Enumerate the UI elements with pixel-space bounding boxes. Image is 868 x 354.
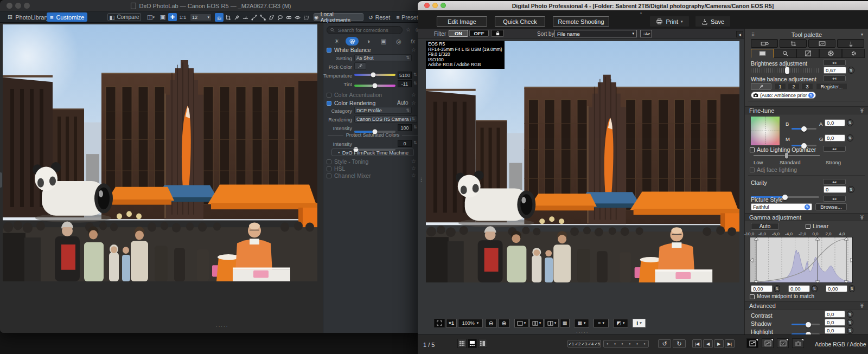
stepper-icon[interactable]: ⇅ (847, 319, 853, 326)
tab-customize[interactable]: ≡ Customize (47, 12, 87, 22)
tab-color[interactable] (346, 37, 359, 46)
horizon-tool[interactable] (241, 13, 250, 22)
mg-value[interactable]: 0,0 (825, 134, 845, 141)
favorites-filter-icon[interactable]: ☆ (406, 27, 411, 33)
tint-slider[interactable] (354, 85, 395, 87)
two-image-view-button[interactable]: ▾ (529, 319, 544, 327)
zoom-level-select[interactable]: 12▾ (190, 14, 212, 21)
wb-register-button[interactable]: Register... (816, 83, 847, 90)
thumbnail-grid-button[interactable]: ▦▾ (574, 319, 589, 327)
browse-button[interactable]: Browse... (815, 203, 847, 210)
reset-button[interactable]: ↺Reset (367, 13, 392, 21)
next-image-button[interactable]: ▶ (714, 339, 724, 348)
zoom-1-1-button[interactable]: 1:1 (178, 13, 188, 21)
panel-collapse-handle[interactable] (0, 172, 2, 188)
temperature-slider[interactable] (354, 74, 395, 76)
clarity-reset-button[interactable]: ↤ (823, 179, 846, 185)
picture-style-reset-button[interactable]: ↤ (823, 196, 846, 202)
category-select[interactable]: DCP Profile⇅ (354, 107, 412, 114)
alo-reset-button[interactable]: ↤ (823, 146, 846, 152)
ba-value[interactable]: 0,0 (825, 119, 845, 126)
picture-style-select[interactable]: Faithful ⇅ (751, 203, 812, 210)
single-image-view-button[interactable]: ▾ (514, 319, 528, 327)
ba-knob[interactable] (801, 126, 807, 132)
star-icon[interactable]: ☆ (411, 92, 416, 98)
protect-intensity-value[interactable]: 0 (398, 140, 412, 147)
star-icon[interactable]: ☆ (411, 165, 416, 171)
stepper-icon[interactable]: ⇅ (413, 125, 417, 130)
info-button[interactable]: i▾ (633, 319, 646, 327)
clarity-knob[interactable] (782, 195, 788, 200)
checkmark-5-button[interactable]: ✓5 (595, 342, 600, 346)
horizontal-layout-button[interactable] (468, 339, 477, 348)
stepper-icon[interactable]: ⇅ (413, 141, 417, 145)
brightness-value[interactable]: 0,67 (824, 67, 846, 74)
tab-selective-tone[interactable]: ◑ (362, 37, 375, 46)
zoom-percent-select[interactable]: 100%▾ (458, 319, 483, 327)
wb-preset-2-button[interactable]: 2 (788, 83, 800, 90)
toggle-histogram-button[interactable] (762, 338, 774, 348)
palette-menu-icon[interactable]: ▾ (861, 32, 863, 37)
alo-checkbox[interactable] (750, 147, 755, 152)
sort-select[interactable]: File name▾ (554, 30, 637, 37)
stepper-icon[interactable]: ⇅ (413, 81, 417, 86)
previous-image-button[interactable]: ◀ (703, 339, 713, 348)
channel-mixer-checkbox[interactable] (327, 173, 331, 178)
fine-tune-color-square[interactable] (751, 117, 780, 145)
contrast-value[interactable]: 0,0 (825, 311, 845, 318)
brightness-slider[interactable] (751, 68, 820, 73)
toggle-camera-control-button[interactable] (792, 338, 804, 348)
remote-shooting-button[interactable]: Remote Shooting (553, 16, 609, 27)
photo-canvas[interactable] (3, 24, 317, 281)
stepper-icon[interactable]: ⇅ (849, 285, 855, 292)
tab-lens-correction[interactable] (774, 49, 796, 58)
intensity-value[interactable]: 100 (398, 124, 412, 131)
wb-preset-3-button[interactable]: 3 (801, 83, 813, 90)
tint-value[interactable]: -11 (398, 80, 412, 87)
tab-color-adjustment[interactable] (819, 49, 842, 58)
sort-direction-button[interactable]: ↓Az (640, 30, 652, 37)
split-view-button[interactable]: ◫▾ (144, 13, 157, 21)
split-compare-view-button[interactable]: ▾ (545, 319, 559, 327)
rotate-left-button[interactable]: ↺ (658, 339, 671, 348)
color-rendering-checkbox[interactable] (327, 101, 331, 106)
fit-to-window-button[interactable] (434, 319, 445, 327)
gamma-highlight-value[interactable]: 0,00 (826, 285, 847, 292)
rating-dot[interactable]: ● (636, 342, 639, 345)
stepper-icon[interactable]: ⇅ (848, 186, 854, 193)
hsl-checkbox[interactable] (327, 166, 331, 171)
wb-setting-select[interactable]: As Shot⇅ (354, 54, 412, 61)
stepper-icon[interactable]: ⇅ (847, 119, 853, 126)
tab-geometry[interactable]: ◎ (392, 37, 405, 46)
tint-knob[interactable] (373, 83, 378, 88)
midpoint-checkbox[interactable] (750, 294, 755, 299)
tab-tone-curve[interactable] (796, 49, 819, 58)
star-icon[interactable]: ☆ (411, 47, 416, 53)
gamma-auto-button[interactable]: Auto (751, 223, 779, 230)
tab-detail[interactable]: ▣ (377, 37, 390, 46)
tab-basic-adjustment[interactable] (751, 49, 774, 58)
marquee-tool[interactable] (302, 13, 310, 22)
resize-hint-icon[interactable]: ▴ (640, 10, 642, 14)
dxo-titlebar[interactable]: DxO PhotoLab — Canon EOS R5 — _M2A0627.C… (0, 0, 422, 11)
contrast-slider[interactable] (792, 324, 820, 325)
rendering-select[interactable]: Canon EOS R5 Camera Faithful.d…⇅ (354, 115, 417, 123)
stepper-icon[interactable]: ⇅ (808, 93, 814, 98)
tab-settings[interactable] (842, 49, 865, 58)
red-eye-tool[interactable] (293, 13, 302, 22)
star-icon[interactable]: ☆ (411, 100, 416, 106)
wb-reset-button[interactable]: ↤ (823, 75, 846, 81)
clone-tool[interactable] (284, 13, 293, 22)
grid-layout-button[interactable] (457, 339, 467, 348)
rating-dot[interactable]: ● (643, 342, 646, 345)
gamma-histogram[interactable] (750, 237, 853, 283)
multi-view-button[interactable]: ▦ (560, 319, 570, 327)
stepper-icon[interactable]: ⇅ (847, 311, 853, 318)
highlight-value[interactable]: 0,0 (825, 327, 845, 334)
pick-color-button[interactable] (354, 62, 366, 70)
lock-filter-button[interactable] (491, 30, 504, 37)
print-button[interactable]: Print▾ (650, 16, 689, 27)
adjust-palette-button[interactable] (808, 39, 835, 48)
toggle-tool-palette-button[interactable] (746, 338, 758, 348)
eyedropper-tool[interactable] (232, 13, 241, 22)
